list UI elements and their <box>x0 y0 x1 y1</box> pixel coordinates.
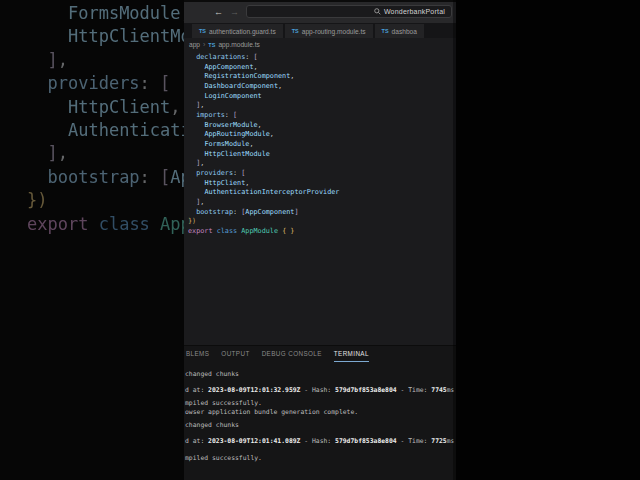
search-value: WonderbankPortal <box>384 8 445 15</box>
code-line: RegistrationComponent, <box>188 72 456 82</box>
ts-file-icon: TS <box>199 28 206 34</box>
code-line: export class AppModule { } <box>188 227 456 237</box>
background-blur-left: FormsModule, HttpClientModule ], provide… <box>0 0 184 480</box>
ts-file-icon: TS <box>382 28 389 34</box>
forward-arrow-icon[interactable]: → <box>230 5 239 19</box>
code-line: FormsModule, <box>188 140 456 150</box>
code-line: HttpClient, <box>188 179 456 189</box>
terminal-line: changed chunks <box>185 421 239 429</box>
search-icon <box>374 8 381 15</box>
breadcrumb-file[interactable]: app.module.ts <box>218 41 259 48</box>
code-line: AppRoutingModule, <box>188 130 456 140</box>
editor-tab-authentication-guard-ts[interactable]: TSauthentication.guard.ts <box>192 24 283 38</box>
code-line: }) <box>27 189 184 212</box>
terminal-line: d at: 2023-08-09T12:01:32.959Z - Hash: 5… <box>185 386 454 394</box>
chevron-right-icon: › <box>203 41 205 48</box>
code-line: HttpClientModule <box>188 150 456 160</box>
code-line: ], <box>188 101 456 111</box>
editor-tab-app-routing-module-ts[interactable]: TSapp-routing.module.ts <box>285 24 373 38</box>
background-blur-right <box>456 0 640 480</box>
code-line: providers: [ <box>27 72 184 95</box>
code-line: imports: [ <box>188 111 456 121</box>
code-editor[interactable]: declarations: [ AppComponent, Registrati… <box>184 51 456 345</box>
code-line: DashboardComponent, <box>188 82 456 92</box>
code-line: LoginComponent <box>188 92 456 102</box>
code-line: ], <box>188 198 456 208</box>
title-bar: ← → WonderbankPortal <box>184 0 456 23</box>
code-line: providers: [ <box>188 169 456 179</box>
code-line: declarations: [ <box>188 53 456 63</box>
panel-tab-blems[interactable]: BLEMS <box>186 346 209 362</box>
panel-tab-bar: BLEMSOUTPUTDEBUG CONSOLETERMINAL <box>184 346 456 362</box>
code-line: AppComponent, <box>188 63 456 73</box>
editor-tab-bar: TSauthentication.guard.tsTSapp-routing.m… <box>184 23 456 38</box>
code-line: BrowserModule, <box>188 121 456 131</box>
code-line: AuthenticationInterceptorProvider <box>27 119 184 142</box>
tab-label: dashboa <box>392 28 417 35</box>
command-center-search[interactable]: WonderbankPortal <box>246 5 452 18</box>
terminal-line: owser application bundle generation comp… <box>185 408 358 416</box>
vscode-window: ← → WonderbankPortal TSauthentication.gu… <box>184 0 456 480</box>
code-line: ], <box>27 142 184 165</box>
code-line: ], <box>188 159 456 169</box>
code-line: bootstrap: [AppComponent] <box>27 166 184 189</box>
ts-file-icon: TS <box>292 28 299 34</box>
editor-tab-dashboa[interactable]: TSdashboa <box>375 24 424 38</box>
background-code: FormsModule, HttpClientModule ], provide… <box>27 2 184 236</box>
bottom-panel: BLEMSOUTPUTDEBUG CONSOLETERMINAL changed… <box>184 345 456 480</box>
breadcrumb[interactable]: app › TS app.module.ts <box>184 38 456 51</box>
code-line: bootstrap: [AppComponent] <box>188 208 456 218</box>
code-line: export class AppModule { } <box>27 213 184 236</box>
ts-file-icon: TS <box>208 42 215 48</box>
code-line: }) <box>188 217 456 227</box>
breadcrumb-folder[interactable]: app <box>189 41 200 48</box>
code-line: AuthenticationInterceptorProvider <box>188 188 456 198</box>
panel-tab-debug-console[interactable]: DEBUG CONSOLE <box>262 346 322 362</box>
panel-tab-output[interactable]: OUTPUT <box>221 346 249 362</box>
terminal-line: d at: 2023-08-09T12:01:41.089Z - Hash: 5… <box>185 437 454 445</box>
back-arrow-icon[interactable]: ← <box>214 5 223 19</box>
terminal-line: changed chunks <box>185 370 239 378</box>
code-line: HttpClientModule <box>27 25 184 48</box>
panel-tab-terminal[interactable]: TERMINAL <box>334 346 369 362</box>
code-line: FormsModule, <box>27 2 184 25</box>
code-line: HttpClient, <box>27 96 184 119</box>
code-line: ], <box>27 49 184 72</box>
tab-label: authentication.guard.ts <box>209 28 276 35</box>
terminal-line: mpiled successfully. <box>185 399 262 407</box>
tab-label: app-routing.module.ts <box>302 28 366 35</box>
terminal-line: mpiled successfully. <box>185 454 262 462</box>
